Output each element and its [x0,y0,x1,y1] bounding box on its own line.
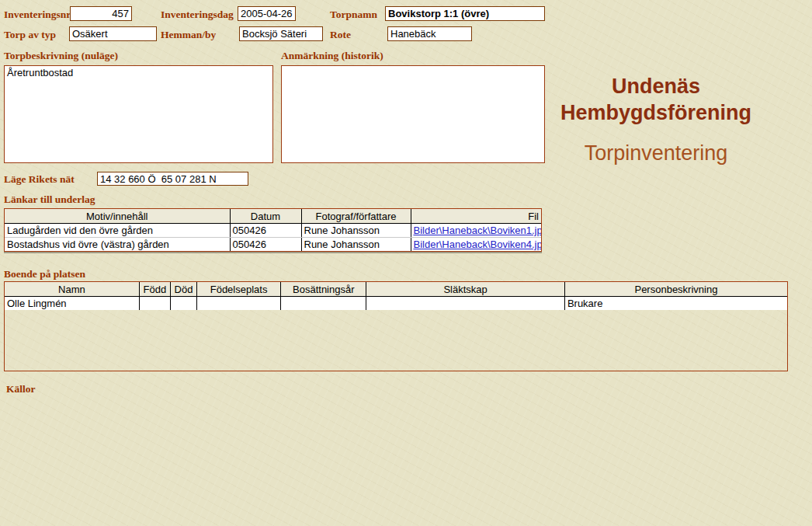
torp-av-typ-label: Torp av typ [4,29,56,41]
cell-fodelseplats [196,297,280,311]
cell-personbeskrivning: Brukare [564,297,787,311]
org-title-line2: Hembygdsförening [534,99,778,126]
links-table-row: Ladugården vid den övre gården 050426 Ru… [5,224,541,238]
torpnamn-input[interactable] [385,6,545,21]
file-link[interactable]: Bilder\Haneback\Boviken1.jp [414,225,542,236]
torpbeskrivning-label: Torpbeskrivning (nuläge) [4,50,118,62]
boende-table: Namn Född Död Födelseplats Bosättningsår… [4,281,788,371]
links-table: Motiv/innehåll Datum Fotograf/författare… [4,208,542,252]
torpinventering-page: Inventeringsnr Inventeringsdag Torpnamn … [0,0,812,526]
cell-dod [170,297,196,311]
cell-motiv: Bostadshus vid övre (västra) gården [5,238,230,252]
links-header-row: Motiv/innehåll Datum Fotograf/författare… [5,209,541,224]
cell-namn: Olle Lingmén [5,297,139,311]
lankar-section-label: Länkar till underlag [4,193,95,206]
torpnamn-label: Torpnamn [330,9,377,21]
links-header-datum: Datum [230,209,301,224]
cell-bosattningsar [281,297,366,311]
cell-fotograf: Rune Johansson [301,238,411,252]
boende-header-fodd: Född [139,282,170,297]
links-header-motiv: Motiv/innehåll [5,209,230,224]
rote-label: Rote [330,29,351,41]
cell-slaktskap [366,297,565,311]
boende-header-slaktskap: Släktskap [366,282,565,297]
cell-fodd [139,297,170,311]
links-header-fotograf: Fotograf/författare [301,209,411,224]
kallor-label: Källor [6,383,36,395]
anmarkning-label: Anmärkning (historik) [281,50,383,62]
hemman-by-input[interactable] [239,26,323,41]
org-title-line1: Undenäs [534,73,778,99]
boende-section-label: Boende på platsen [4,268,85,280]
boende-header-row: Namn Född Död Födelseplats Bosättningsår… [5,282,787,297]
links-table-row: Bostadshus vid övre (västra) gården 0504… [5,238,541,252]
boende-table-row: Olle Lingmén Brukare [5,297,787,311]
boende-header-fodelseplats: Födelseplats [196,282,280,297]
boende-header-dod: Död [170,282,196,297]
inventeringsdag-label: Inventeringsdag [161,9,234,21]
boende-header-bosattningsar: Bosättningsår [281,282,366,297]
cell-fotograf: Rune Johansson [301,224,411,238]
cell-motiv: Ladugården vid den övre gården [5,224,230,238]
boende-header-namn: Namn [5,282,139,297]
org-title: Undenäs Hembygdsförening [534,73,778,126]
inventeringsdag-input[interactable] [238,6,296,21]
torpbeskrivning-textarea[interactable]: Åretruntbostad [4,65,273,163]
links-header-fil: Fil [411,209,541,224]
boende-header-personbeskrivning: Personbeskrivning [564,282,787,297]
torp-av-typ-input[interactable] [69,26,157,41]
cell-fil: Bilder\Haneback\Boviken4.jp [411,238,541,252]
file-link[interactable]: Bilder\Haneback\Boviken4.jp [414,239,542,250]
cell-fil: Bilder\Haneback\Boviken1.jp [411,224,541,238]
rote-input[interactable] [387,26,472,41]
anmarkning-textarea[interactable] [281,65,545,163]
inventeringsnr-label: Inventeringsnr [4,9,71,21]
cell-datum: 050426 [230,224,301,238]
app-subtitle: Torpinventering [534,141,778,165]
hemman-by-label: Hemman/by [161,29,216,41]
inventeringsnr-input[interactable] [70,6,132,21]
lage-rikets-nat-label: Läge Rikets nät [4,173,75,186]
cell-datum: 050426 [230,238,301,252]
lage-rikets-nat-input[interactable] [97,172,248,186]
